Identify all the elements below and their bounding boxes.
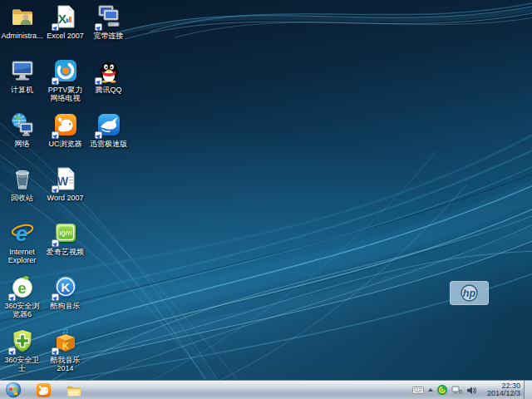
360-tray-icon[interactable] [437,385,447,395]
desktop-icon-computer[interactable]: 计算机 [1,57,43,94]
excel-icon: X [52,3,79,30]
hp-logo: hp [450,281,489,305]
icon-label: 网络 [1,140,43,148]
icon-label: 酷狗音乐 [44,302,86,310]
shortcut-arrow-icon [8,347,16,355]
taskbar-explorer-button[interactable] [64,381,84,399]
desktop-icon-excel-2007[interactable]: X Excel 2007 [44,3,86,40]
internet-explorer-icon: e [9,219,36,246]
icon-label: 爱奇艺视频 [44,248,86,256]
desktop-icon-broadband-connection[interactable]: 宽带连接 [87,3,130,40]
pptv-icon [52,57,79,84]
shortcut-arrow-icon [8,293,16,301]
show-hidden-icons-arrow[interactable] [428,388,433,392]
iqiyi-icon: iQIYI [52,219,79,246]
qq-penguin-icon [96,57,122,84]
thunder-bird-icon [96,111,122,138]
icon-label: Excel 2007 [44,32,86,40]
kuwo-music-icon: K [52,328,79,354]
recycle-bin-icon [9,165,36,192]
shortcut-arrow-icon [95,77,102,85]
desktop-icon-thunder[interactable]: 迅雷极速版 [87,111,130,148]
windows-explorer-folder-icon [66,382,83,399]
desktop-icon-network[interactable]: 网络 [1,111,43,148]
icon-label: 酷我音乐 2014 [44,356,86,372]
svg-text:e: e [15,221,27,246]
shortcut-arrow-icon [52,347,59,355]
desktop-icon-iqiyi[interactable]: iQIYI 爱奇艺视频 [44,219,86,256]
broadband-connection-icon [96,3,122,30]
360-safe-icon [9,328,36,354]
icon-label: 计算机 [1,86,43,94]
kugou-music-icon: K [52,273,79,300]
desktop-icon-pptv[interactable]: PPTV聚力 网络电视 [44,57,86,102]
desktop-icon-360-browser[interactable]: e 360安全浏览器6 [1,273,43,318]
shortcut-arrow-icon [52,131,59,139]
desktop-icon-administrator[interactable]: Administra... [1,3,43,40]
uc-browser-icon [35,382,52,399]
shortcut-arrow-icon [52,239,59,247]
clock-date: 2014/12/3 [487,390,520,397]
icon-label: 迅雷极速版 [87,140,130,148]
taskbar: 22:30 2014/12/3 [0,380,532,399]
shortcut-arrow-icon [52,185,59,193]
user-folder-icon [9,3,36,30]
icon-label: Word 2007 [44,194,86,202]
shortcut-arrow-icon [95,131,102,139]
icon-label: UC浏览器 [44,140,86,148]
network-tray-icon[interactable] [451,386,462,395]
taskbar-uc-browser-button[interactable] [33,381,53,399]
uc-browser-icon [52,111,79,138]
icon-label: 腾讯QQ [87,86,130,94]
icon-label: 宽带连接 [87,32,130,40]
icon-label: Internet Explorer [1,248,43,264]
desktop-icon-tencent-qq[interactable]: 腾讯QQ [87,57,130,94]
icon-label: PPTV聚力 网络电视 [44,86,86,102]
shortcut-arrow-icon [52,77,59,85]
hp-logo-text: hp [463,288,476,299]
desktop-icon-kugou-music[interactable]: K 酷狗音乐 [44,273,86,310]
svg-text:K: K [62,341,69,351]
input-method-keyboard-icon[interactable] [412,387,424,394]
windows-start-orb-icon [4,381,22,399]
start-button[interactable] [4,381,22,399]
clock[interactable]: 22:30 2014/12/3 [487,382,520,397]
shortcut-arrow-icon [52,293,59,301]
system-tray: 22:30 2014/12/3 [412,381,532,399]
shortcut-arrow-icon [95,23,102,31]
word-icon: W [52,165,79,192]
svg-text:X: X [57,12,66,26]
desktop-icon-word-2007[interactable]: W Word 2007 [44,165,86,202]
show-desktop-button[interactable] [524,381,532,399]
desktop-icon-kuwo-music[interactable]: K 酷我音乐 2014 [44,328,86,372]
svg-text:e: e [17,279,27,297]
icon-label: Administra... [1,32,43,40]
computer-icon [9,57,36,84]
desktop-icon-uc-browser[interactable]: UC浏览器 [44,111,86,148]
svg-text:iQIYI: iQIYI [59,230,71,237]
svg-text:K: K [61,280,70,294]
icon-label: 360安全浏览器6 [1,302,43,318]
icon-label: 回收站 [1,194,43,202]
network-globe-icon [9,111,36,138]
360-browser-icon: e [9,273,36,300]
icon-label: 360安全卫士 [1,356,43,372]
desktop-icon-internet-explorer[interactable]: e Internet Explorer [1,219,43,264]
volume-tray-icon[interactable] [466,386,476,395]
desktop[interactable]: hp Administra... X Excel 2007 [0,0,532,399]
desktop-icon-recycle-bin[interactable]: 回收站 [1,165,43,202]
desktop-icon-360-safe[interactable]: 360安全卫士 [1,328,43,372]
shortcut-arrow-icon [52,23,59,31]
